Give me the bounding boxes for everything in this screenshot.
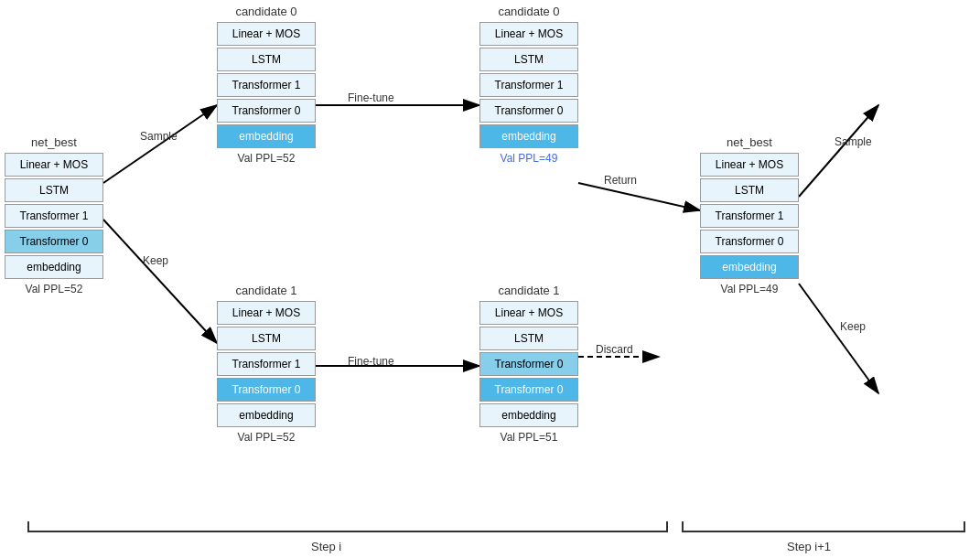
step-i1-label: Step i+1 xyxy=(787,540,831,553)
keep-bottom-label: Keep xyxy=(143,254,168,267)
c1l-lstm: LSTM xyxy=(217,327,316,350)
cand0-right-stack: Linear + MOS LSTM Transformer 1 Transfor… xyxy=(479,22,578,148)
net-best-right-stack: Linear + MOS LSTM Transformer 1 Transfor… xyxy=(700,153,799,279)
step-i-label: Step i xyxy=(311,540,341,553)
nbr-t0: Transformer 0 xyxy=(700,230,799,253)
nbr-emb: embedding xyxy=(700,255,799,279)
step-i1-bracket xyxy=(682,521,965,532)
block-transformer1: Transformer 1 xyxy=(5,204,103,228)
finetune-bottom-label: Fine-tune xyxy=(348,355,394,368)
c0l-lstm: LSTM xyxy=(217,48,316,71)
c1r-emb: embedding xyxy=(479,403,578,427)
net-best-left-ppl: Val PPL=52 xyxy=(26,283,83,295)
cand0-right-label: candidate 0 xyxy=(498,5,559,18)
c0l-t1: Transformer 1 xyxy=(217,73,316,97)
net-best-left-label: net_best xyxy=(31,135,77,149)
svg-line-0 xyxy=(103,105,217,183)
cand1-left-stack: Linear + MOS LSTM Transformer 1 Transfor… xyxy=(217,301,316,427)
svg-line-7 xyxy=(799,284,878,393)
c0l-linear: Linear + MOS xyxy=(217,22,316,46)
diagram: net_best Linear + MOS LSTM Transformer 1… xyxy=(0,0,980,558)
c0r-t1: Transformer 1 xyxy=(479,73,578,97)
c0l-t0: Transformer 0 xyxy=(217,99,316,123)
finetune-top-label: Fine-tune xyxy=(348,91,394,104)
c1r-t0b: Transformer 0 xyxy=(479,378,578,402)
svg-line-4 xyxy=(578,183,700,210)
block-transformer0-hl: Transformer 0 xyxy=(5,230,103,253)
c0r-lstm: LSTM xyxy=(479,48,578,71)
net-best-right: net_best Linear + MOS LSTM Transformer 1… xyxy=(700,135,799,295)
cand0-left: candidate 0 Linear + MOS LSTM Transforme… xyxy=(217,5,316,165)
block-lstm: LSTM xyxy=(5,178,103,202)
sample-top-label: Sample xyxy=(140,130,178,143)
cand0-left-stack: Linear + MOS LSTM Transformer 1 Transfor… xyxy=(217,22,316,148)
block-linear-mos: Linear + MOS xyxy=(5,153,103,177)
cand1-right: candidate 1 Linear + MOS LSTM Transforme… xyxy=(479,284,578,444)
cand1-left: candidate 1 Linear + MOS LSTM Transforme… xyxy=(217,284,316,444)
net-best-right-ppl: Val PPL=49 xyxy=(721,283,779,295)
discard-label: Discard xyxy=(596,343,633,356)
c1l-emb: embedding xyxy=(217,403,316,427)
svg-line-6 xyxy=(799,105,878,197)
cand1-left-label: candidate 1 xyxy=(235,284,296,297)
c1l-linear: Linear + MOS xyxy=(217,301,316,325)
c1l-t1: Transformer 1 xyxy=(217,352,316,376)
step-i-bracket xyxy=(27,521,668,532)
cand1-right-ppl: Val PPL=51 xyxy=(501,431,558,444)
net-best-right-label: net_best xyxy=(727,135,772,149)
nbr-linear: Linear + MOS xyxy=(700,153,799,177)
cand1-left-ppl: Val PPL=52 xyxy=(238,431,296,444)
cand0-right-ppl: Val PPL=49 xyxy=(501,152,558,165)
cand1-right-label: candidate 1 xyxy=(498,284,559,297)
nbr-t1: Transformer 1 xyxy=(700,204,799,228)
keep-right-label: Keep xyxy=(840,320,866,333)
c0r-emb: embedding xyxy=(479,124,578,148)
cand0-left-label: candidate 0 xyxy=(235,5,296,18)
c0l-emb: embedding xyxy=(217,124,316,148)
sample-right-label: Sample xyxy=(835,135,872,148)
c0r-t0: Transformer 0 xyxy=(479,99,578,123)
nbr-lstm: LSTM xyxy=(700,178,799,202)
net-best-left-stack: Linear + MOS LSTM Transformer 1 Transfor… xyxy=(5,153,103,279)
net-best-left: net_best Linear + MOS LSTM Transformer 1… xyxy=(5,135,103,295)
c1r-lstm: LSTM xyxy=(479,327,578,350)
cand1-right-stack: Linear + MOS LSTM Transformer 0 Transfor… xyxy=(479,301,578,427)
return-label: Return xyxy=(604,174,637,187)
block-embedding: embedding xyxy=(5,255,103,279)
cand0-right: candidate 0 Linear + MOS LSTM Transforme… xyxy=(479,5,578,165)
svg-line-1 xyxy=(103,220,217,343)
c0r-linear: Linear + MOS xyxy=(479,22,578,46)
c1l-t0: Transformer 0 xyxy=(217,378,316,402)
c1r-linear: Linear + MOS xyxy=(479,301,578,325)
c1r-t0a: Transformer 0 xyxy=(479,352,578,376)
cand0-left-ppl: Val PPL=52 xyxy=(238,152,296,165)
